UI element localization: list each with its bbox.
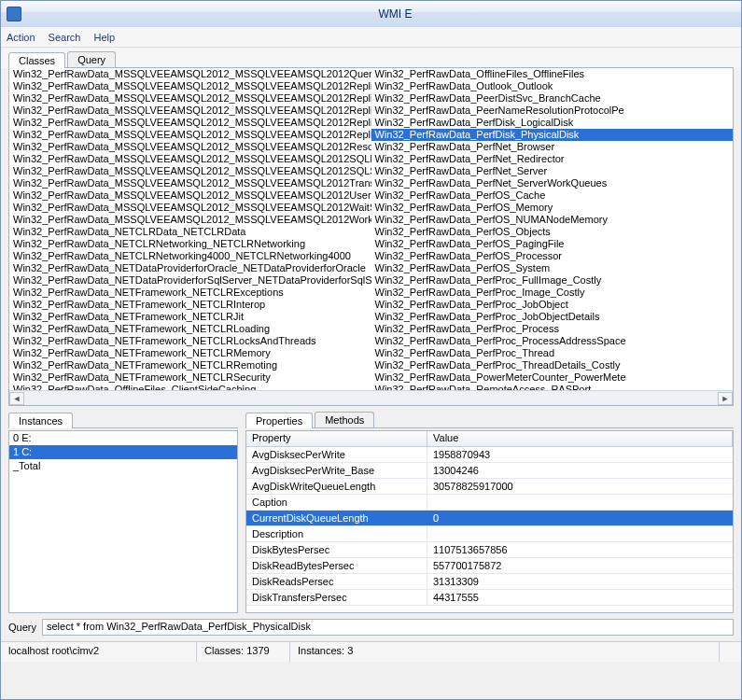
class-item[interactable]: Win32_PerfRawData_OfflineFiles_ClientSid… [9, 384, 371, 390]
class-item[interactable]: Win32_PerfRawData_NETFramework_NETCLRMem… [9, 347, 371, 359]
tab-properties[interactable]: Properties [245, 413, 313, 428]
class-item[interactable]: Win32_PerfRawData_PerfDisk_LogicalDisk [371, 117, 734, 129]
property-name: AvgDisksecPerWrite_Base [246, 463, 427, 478]
class-item[interactable]: Win32_PerfRawData_PerfProc_Thread [371, 347, 734, 359]
menu-help[interactable]: Help [93, 32, 115, 43]
class-item[interactable]: Win32_PerfRawData_PerfNet_Browser [371, 141, 734, 153]
property-row[interactable]: AvgDisksecPerWrite1958870943 [246, 447, 733, 463]
class-item[interactable]: Win32_PerfRawData_MSSQLVEEAMSQL2012_MSSQ… [9, 165, 371, 177]
class-item[interactable]: Win32_PerfRawData_NETFramework_NETCLRJit [9, 311, 371, 323]
class-item[interactable]: Win32_PerfRawData_MSSQLVEEAMSQL2012_MSSQ… [9, 80, 371, 92]
class-item[interactable]: Win32_PerfRawData_PerfDisk_PhysicalDisk [371, 129, 734, 141]
statusbar: localhost root\cimv2 Classes: 1379 Insta… [1, 641, 741, 662]
query-field[interactable]: select * from Win32_PerfRawData_PerfDisk… [42, 619, 734, 636]
tab-classes[interactable]: Classes [8, 52, 65, 68]
instance-item[interactable]: _Total [9, 459, 237, 473]
class-item[interactable]: Win32_PerfRawData_NETFramework_NETCLRLoa… [9, 323, 371, 335]
class-item[interactable]: Win32_PerfRawData_NETFramework_NETCLRSec… [9, 371, 371, 384]
property-name: AvgDiskWriteQueueLength [246, 479, 427, 494]
class-item[interactable]: Win32_PerfRawData_MSSQLVEEAMSQL2012_MSSQ… [9, 105, 371, 117]
class-item[interactable]: Win32_PerfRawData_PerfProc_JobObjectDeta… [371, 311, 734, 323]
instance-item[interactable]: 0 E: [9, 431, 237, 445]
property-row[interactable]: AvgDiskWriteQueueLength30578825917000 [246, 479, 733, 495]
properties-body[interactable]: AvgDisksecPerWrite1958870943AvgDisksecPe… [246, 447, 733, 612]
menu-action[interactable]: Action [7, 32, 35, 43]
property-row[interactable]: CurrentDiskQueueLength0 [246, 511, 733, 526]
class-item[interactable]: Win32_PerfRawData_MSSQLVEEAMSQL2012_MSSQ… [9, 189, 371, 202]
class-item[interactable]: Win32_PerfRawData_PerfProc_Process [371, 323, 734, 335]
scroll-left-icon[interactable]: ◄ [9, 392, 24, 405]
tab-instances[interactable]: Instances [8, 413, 73, 428]
class-item[interactable]: Win32_PerfRawData_NETDataProviderforOrac… [9, 262, 371, 274]
class-item[interactable]: Win32_PerfRawData_PerfProc_ThreadDetails… [371, 359, 734, 371]
class-item[interactable]: Win32_PerfRawData_NETFramework_NETCLRLoc… [9, 335, 371, 347]
class-item[interactable]: Win32_PerfRawData_PerfNet_Redirector [371, 153, 734, 165]
class-item[interactable]: Win32_PerfRawData_PerfNet_Server [371, 165, 734, 177]
class-item[interactable]: Win32_PerfRawData_PerfOS_Objects [371, 226, 734, 238]
property-row[interactable]: DiskTransfersPersec44317555 [246, 590, 733, 606]
class-item[interactable]: Win32_PerfRawData_NETFramework_NETCLRRem… [9, 359, 371, 371]
class-item[interactable]: Win32_PerfRawData_PerfOS_System [371, 262, 734, 274]
tab-query[interactable]: Query [67, 51, 116, 67]
scroll-right-icon[interactable]: ► [718, 392, 733, 405]
property-name: CurrentDiskQueueLength [246, 511, 427, 525]
class-item[interactable]: Win32_PerfRawData_MSSQLVEEAMSQL2012_MSSQ… [9, 214, 371, 226]
property-row[interactable]: Description [246, 526, 733, 542]
class-item[interactable]: Win32_PerfRawData_PerfProc_JobObject [371, 299, 734, 311]
class-item[interactable]: Win32_PerfRawData_MSSQLVEEAMSQL2012_MSSQ… [9, 177, 371, 189]
property-row[interactable]: AvgDisksecPerWrite_Base13004246 [246, 463, 733, 479]
query-label: Query [8, 622, 36, 633]
class-item[interactable]: Win32_PerfRawData_OfflineFiles_OfflineFi… [371, 68, 734, 80]
property-name: DiskBytesPersec [246, 542, 427, 557]
class-item[interactable]: Win32_PerfRawData_PerfOS_Cache [371, 189, 734, 202]
tab-methods[interactable]: Methods [315, 412, 374, 427]
class-item[interactable]: Win32_PerfRawData_MSSQLVEEAMSQL2012_MSSQ… [9, 92, 371, 105]
class-item[interactable]: Win32_PerfRawData_MSSQLVEEAMSQL2012_MSSQ… [9, 117, 371, 129]
class-item[interactable]: Win32_PerfRawData_PowerMeterCounter_Powe… [371, 371, 734, 384]
scroll-track[interactable] [24, 392, 718, 405]
property-name: Caption [246, 495, 427, 510]
menu-search[interactable]: Search [49, 32, 81, 43]
column-header-property[interactable]: Property [246, 431, 427, 446]
property-row[interactable]: DiskBytesPersec1107513657856 [246, 542, 733, 558]
class-item[interactable]: Win32_PerfRawData_MSSQLVEEAMSQL2012_MSSQ… [9, 202, 371, 214]
class-item[interactable]: Win32_PerfRawData_PerfProc_Image_Costly [371, 287, 734, 299]
class-item[interactable]: Win32_PerfRawData_NETCLRNetworking_NETCL… [9, 238, 371, 250]
classes-column-left[interactable]: Win32_PerfRawData_MSSQLVEEAMSQL2012_MSSQ… [9, 68, 371, 390]
class-item[interactable]: Win32_PerfRawData_NETFramework_NETCLRExc… [9, 287, 371, 299]
instances-list[interactable]: 0 E:1 C:_Total [8, 430, 238, 613]
titlebar[interactable]: WMI E [1, 1, 741, 27]
property-row[interactable]: DiskReadsPersec31313309 [246, 574, 733, 590]
class-item[interactable]: Win32_PerfRawData_PerfOS_PagingFile [371, 238, 734, 250]
class-item[interactable]: Win32_PerfRawData_PeerDistSvc_BranchCach… [371, 92, 734, 105]
classes-column-right[interactable]: Win32_PerfRawData_OfflineFiles_OfflineFi… [371, 68, 734, 390]
class-item[interactable]: Win32_PerfRawData_NETCLRData_NETCLRData [9, 226, 371, 238]
property-row[interactable]: DiskReadBytesPersec557700175872 [246, 558, 733, 574]
class-item[interactable]: Win32_PerfRawData_MSSQLVEEAMSQL2012_MSSQ… [9, 129, 371, 141]
class-item[interactable]: Win32_PerfRawData_PerfOS_Processor [371, 250, 734, 262]
class-item[interactable]: Win32_PerfRawData_PerfOS_Memory [371, 202, 734, 214]
class-item[interactable]: Win32_PerfRawData_Outlook_Outlook [371, 80, 734, 92]
property-name: AvgDisksecPerWrite [246, 447, 427, 462]
class-item[interactable]: Win32_PerfRawData_PerfProc_FullImage_Cos… [371, 274, 734, 287]
horizontal-scrollbar[interactable]: ◄ ► [9, 390, 733, 405]
instance-item[interactable]: 1 C: [9, 445, 237, 459]
class-item[interactable]: Win32_PerfRawData_MSSQLVEEAMSQL2012_MSSQ… [9, 68, 371, 80]
class-item[interactable]: Win32_PerfRawData_PeerNameResolutionProt… [371, 105, 734, 117]
column-header-value[interactable]: Value [427, 431, 733, 446]
status-path: localhost root\cimv2 [1, 642, 197, 662]
property-value: 13004246 [427, 463, 733, 478]
class-item[interactable]: Win32_PerfRawData_MSSQLVEEAMSQL2012_MSSQ… [9, 141, 371, 153]
class-item[interactable]: Win32_PerfRawData_PerfNet_ServerWorkQueu… [371, 177, 734, 189]
property-name: Description [246, 526, 427, 541]
property-value: 30578825917000 [427, 479, 733, 494]
class-item[interactable]: Win32_PerfRawData_NETDataProviderforSqlS… [9, 274, 371, 287]
class-item[interactable]: Win32_PerfRawData_PerfOS_NUMANodeMemory [371, 214, 734, 226]
classes-pane[interactable]: Win32_PerfRawData_MSSQLVEEAMSQL2012_MSSQ… [8, 68, 734, 406]
class-item[interactable]: Win32_PerfRawData_NETCLRNetworking4000_N… [9, 250, 371, 262]
class-item[interactable]: Win32_PerfRawData_RemoteAccess_RASPort [371, 384, 734, 390]
property-row[interactable]: Caption [246, 495, 733, 511]
class-item[interactable]: Win32_PerfRawData_PerfProc_ProcessAddres… [371, 335, 734, 347]
class-item[interactable]: Win32_PerfRawData_NETFramework_NETCLRInt… [9, 299, 371, 311]
class-item[interactable]: Win32_PerfRawData_MSSQLVEEAMSQL2012_MSSQ… [9, 153, 371, 165]
